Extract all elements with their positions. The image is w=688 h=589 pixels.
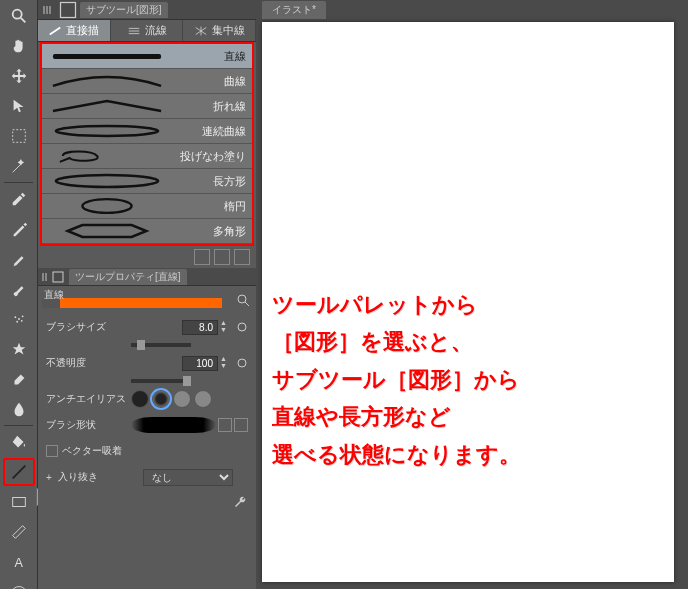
antialias-option-weak[interactable] bbox=[152, 390, 170, 408]
hand-tool[interactable] bbox=[3, 32, 35, 60]
document-tab[interactable]: イラスト* bbox=[262, 1, 326, 19]
svg-point-4 bbox=[14, 316, 16, 318]
fill-tool[interactable] bbox=[3, 428, 35, 456]
subtool-panel-title[interactable]: サブツール[図形] bbox=[80, 2, 168, 18]
subtool-list: 直線 曲線 折れ線 連続曲線 投げなわ塗り 長方形 楕円 多角形 bbox=[40, 42, 254, 246]
subtool-tab-icon[interactable] bbox=[58, 2, 78, 18]
subtool-lasso-fill[interactable]: 投げなわ塗り bbox=[42, 144, 252, 169]
link-icon[interactable] bbox=[236, 357, 248, 369]
svg-point-20 bbox=[82, 199, 131, 213]
stroke-ease-select[interactable]: なし bbox=[143, 469, 233, 486]
panel-grip-icon[interactable] bbox=[42, 273, 47, 281]
airbrush-tool[interactable] bbox=[3, 305, 35, 333]
subtool-new-icon[interactable] bbox=[214, 249, 230, 265]
pencil-tool[interactable] bbox=[3, 245, 35, 273]
panel-grip-icon[interactable] bbox=[38, 6, 56, 14]
eyedropper-tool[interactable] bbox=[3, 185, 35, 213]
subtool-polyline[interactable]: 折れ線 bbox=[42, 94, 252, 119]
subtool-rectangle[interactable]: 長方形 bbox=[42, 169, 252, 194]
stroke-ease-label: 入り抜き bbox=[58, 470, 143, 484]
svg-line-13 bbox=[50, 27, 61, 34]
subtool-delete-icon[interactable] bbox=[234, 249, 250, 265]
property-tool-name: 直線 bbox=[44, 288, 64, 302]
category-label: 集中線 bbox=[212, 23, 245, 38]
svg-point-19 bbox=[56, 175, 158, 187]
antialias-option-mid[interactable] bbox=[173, 390, 191, 408]
brush-size-value[interactable]: 8.0 bbox=[182, 320, 218, 335]
brush-size-label: ブラシサイズ bbox=[46, 320, 131, 334]
document-tabs: イラスト* bbox=[256, 0, 688, 20]
opacity-slider[interactable] bbox=[131, 379, 191, 383]
svg-rect-17 bbox=[53, 54, 161, 59]
magnify-tool[interactable] bbox=[3, 2, 35, 30]
subtool-label: 多角形 bbox=[213, 224, 246, 239]
focus-icon bbox=[194, 25, 208, 37]
subtool-continuous-curve[interactable]: 連続曲線 bbox=[42, 119, 252, 144]
property-tool-name-row: 直線 bbox=[38, 286, 256, 314]
direct-draw-icon bbox=[48, 25, 62, 37]
subtool-polygon[interactable]: 多角形 bbox=[42, 219, 252, 244]
subtool-category-tabs: 直接描 流線 集中線 bbox=[38, 20, 256, 42]
figure-tool[interactable] bbox=[3, 458, 35, 486]
eraser-tool[interactable] bbox=[3, 365, 35, 393]
svg-line-1 bbox=[20, 18, 25, 23]
magnify-icon[interactable] bbox=[236, 293, 250, 307]
tool-property-panel: ツールプロパティ[直線] 直線 ブラシサイズ 8.0 ▲▼ 不透明度 100 ▲… bbox=[38, 268, 256, 514]
category-label: 流線 bbox=[145, 23, 167, 38]
property-panel-title[interactable]: ツールプロパティ[直線] bbox=[69, 269, 187, 285]
wrench-icon[interactable] bbox=[232, 494, 248, 510]
stepper-arrows[interactable]: ▲▼ bbox=[220, 356, 232, 370]
balloon-tool[interactable] bbox=[3, 578, 35, 589]
antialias-row: アンチエイリアス bbox=[38, 386, 256, 412]
stepper-arrows[interactable]: ▲▼ bbox=[220, 320, 232, 334]
selection-arrow-tool[interactable] bbox=[3, 92, 35, 120]
subtool-ellipse[interactable]: 楕円 bbox=[42, 194, 252, 219]
brush-tool[interactable] bbox=[3, 275, 35, 303]
svg-text:A: A bbox=[14, 556, 23, 570]
subtool-label: 折れ線 bbox=[213, 99, 246, 114]
subtool-line[interactable]: 直線 bbox=[42, 44, 252, 69]
annotation-line: ツールパレットから bbox=[272, 286, 672, 323]
category-focus-line[interactable]: 集中線 bbox=[183, 20, 256, 41]
svg-point-18 bbox=[56, 126, 158, 136]
svg-point-25 bbox=[238, 359, 246, 367]
category-direct-draw[interactable]: 直接描 bbox=[38, 20, 111, 41]
ruler-tool[interactable] bbox=[3, 518, 35, 546]
link-icon[interactable] bbox=[236, 321, 248, 333]
subtool-footer bbox=[38, 246, 256, 268]
svg-point-3 bbox=[18, 318, 20, 320]
subtool-label: 投げなわ塗り bbox=[180, 149, 246, 164]
svg-point-0 bbox=[12, 10, 21, 19]
subtool-menu-icon[interactable] bbox=[194, 249, 210, 265]
subtool-curve[interactable]: 曲線 bbox=[42, 69, 252, 94]
brush-shape-prev-icon[interactable] bbox=[218, 418, 232, 432]
opacity-value[interactable]: 100 bbox=[182, 356, 218, 371]
svg-line-23 bbox=[245, 302, 249, 306]
pen-tool[interactable] bbox=[3, 215, 35, 243]
vector-snap-row: ベクター吸着 bbox=[38, 438, 256, 464]
svg-point-24 bbox=[238, 323, 246, 331]
category-label: 直接描 bbox=[66, 23, 99, 38]
brush-shape-next-icon[interactable] bbox=[234, 418, 248, 432]
annotation-overlay: ツールパレットから ［図形］を選ぶと、 サブツール［図形］から 直線や長方形など… bbox=[272, 286, 672, 473]
antialias-option-strong[interactable] bbox=[194, 390, 212, 408]
vector-snap-checkbox[interactable] bbox=[46, 445, 58, 457]
wand-tool[interactable] bbox=[3, 152, 35, 180]
frame-tool[interactable] bbox=[3, 488, 35, 516]
blend-tool[interactable] bbox=[3, 395, 35, 423]
brush-preview-gradient bbox=[42, 298, 222, 308]
svg-point-22 bbox=[238, 295, 246, 303]
svg-point-7 bbox=[21, 315, 23, 317]
antialias-option-none[interactable] bbox=[131, 390, 149, 408]
category-stream-line[interactable]: 流線 bbox=[111, 20, 184, 41]
move-tool[interactable] bbox=[3, 62, 35, 90]
text-tool[interactable]: A bbox=[3, 548, 35, 576]
decoration-tool[interactable] bbox=[3, 335, 35, 363]
svg-point-5 bbox=[20, 320, 22, 322]
expand-icon[interactable]: + bbox=[46, 472, 58, 483]
svg-line-8 bbox=[12, 466, 25, 479]
brush-size-slider[interactable] bbox=[131, 343, 191, 347]
marquee-tool[interactable] bbox=[3, 122, 35, 150]
brush-shape-preview[interactable] bbox=[131, 417, 216, 433]
opacity-row: 不透明度 100 ▲▼ bbox=[38, 350, 256, 376]
